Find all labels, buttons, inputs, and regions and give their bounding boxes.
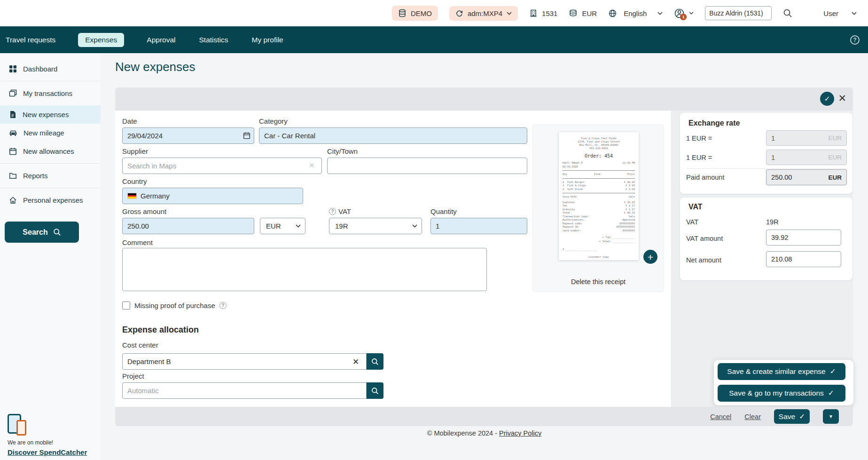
receipt-line: 951-919-0091	[563, 147, 635, 150]
discover-spendcatcher-link[interactable]: Discover SpendCatcher	[8, 448, 87, 456]
tab-statistics[interactable]: Statistics	[198, 33, 229, 47]
germany-flag-icon	[127, 193, 137, 199]
demo-environment-badge[interactable]: DEMO	[392, 6, 438, 21]
chevron-down-icon	[689, 12, 694, 15]
exchange-rate-title: Exchange rate	[688, 119, 740, 127]
help-icon: ?	[219, 302, 227, 309]
comment-label: Comment	[122, 238, 153, 246]
paid-amount-input: 250.00EUR	[766, 169, 847, 185]
cost-center-input[interactable]	[122, 353, 367, 370]
add-receipt-button[interactable]: +	[642, 249, 658, 265]
sidebar-item-new-mileage[interactable]: New mileage	[0, 124, 101, 142]
divider	[0, 81, 101, 81]
dashboard-icon	[9, 65, 17, 73]
search-icon[interactable]	[783, 8, 792, 18]
save-create-similar-label: Save & create similar expense	[727, 367, 825, 376]
cost-center-clear-icon[interactable]: ✕	[352, 357, 359, 367]
vat-select-value: 19R	[335, 222, 348, 230]
home-icon	[9, 196, 17, 204]
role-selector[interactable]: User	[823, 9, 857, 17]
currency-indicator: EUR	[569, 9, 597, 17]
tab-approval[interactable]: Approval	[146, 33, 176, 47]
admin-profile-switcher[interactable]: adm:MXP4	[449, 6, 518, 21]
language-selector[interactable]: English	[608, 9, 663, 18]
net-amount-input[interactable]	[766, 251, 841, 267]
vat-amount-label: VAT amount	[686, 235, 723, 242]
receipt-image[interactable]: Fish & Chips Fast Foods 1134, Fish and C…	[559, 132, 639, 260]
search-icon	[53, 228, 61, 236]
supplier-input[interactable]	[122, 158, 322, 174]
vat-amount-input[interactable]	[766, 230, 841, 246]
top-header: DEMO adm:MXP4	[0, 0, 868, 26]
role-label: User	[823, 9, 838, 17]
category-input[interactable]	[259, 127, 527, 144]
receipt-order-number: Order: 454	[563, 153, 635, 159]
account-menu[interactable]: 1	[674, 8, 694, 19]
close-icon[interactable]: ✕	[838, 93, 846, 104]
save-go-transactions-label: Save & go to my transactions	[729, 389, 824, 397]
exchange-row2-input: 1EUR	[766, 150, 847, 165]
gross-amount-input[interactable]	[122, 218, 254, 234]
clear-button[interactable]: Clear	[744, 413, 761, 420]
exchange-row2-label: 1 EUR =	[686, 154, 712, 161]
tab-my-profile[interactable]: My profile	[251, 33, 284, 47]
category-label: Category	[259, 117, 288, 125]
missing-proof-checkbox[interactable]	[122, 301, 130, 309]
vat-rate-label: VAT	[686, 218, 698, 226]
city-input[interactable]	[327, 158, 527, 174]
date-input[interactable]	[122, 127, 254, 144]
currency-value: EUR	[582, 9, 597, 17]
user-search-input[interactable]	[705, 6, 772, 20]
country-input[interactable]: Germany	[122, 188, 303, 204]
exchange-rate-card: Exchange rate 1 EUR = 1EUR 1 EUR = 1EUR …	[680, 113, 852, 194]
sidebar-item-label: Dashboard	[23, 65, 57, 73]
confirm-button[interactable]: ✓	[820, 92, 834, 106]
demo-label: DEMO	[411, 9, 432, 17]
currency-select[interactable]: EUR	[260, 218, 305, 234]
vat-card: VAT VAT 19R VAT amount Net amount	[680, 198, 852, 280]
sidebar-item-new-allowances[interactable]: New allowances	[0, 142, 101, 160]
vat-select[interactable]: 19R	[329, 218, 422, 234]
comment-textarea[interactable]	[122, 248, 487, 291]
sidebar-item-dashboard[interactable]: Dashboard	[0, 60, 101, 78]
save-create-similar-button[interactable]: Save & create similar expense ✓	[718, 363, 845, 380]
mobile-promo: We are on mobile! Discover SpendCatcher	[8, 414, 87, 456]
promo-text: We are on mobile!	[8, 439, 87, 446]
cost-center-search-button[interactable]	[367, 353, 383, 370]
delete-receipt-link[interactable]: Delete this receipt	[533, 278, 664, 286]
tab-travel-requests[interactable]: Travel requests	[5, 33, 56, 47]
database-icon	[398, 9, 407, 17]
building-icon	[529, 9, 538, 17]
sidebar-item-my-transactions[interactable]: My transactions	[0, 84, 101, 103]
date-label: Date	[122, 117, 137, 125]
save-button[interactable]: Save ✓	[774, 409, 810, 424]
project-search-button[interactable]	[367, 382, 383, 399]
page-title: New expenses	[115, 60, 195, 74]
sidebar-search-button[interactable]: Search	[5, 222, 79, 243]
save-dropdown-button[interactable]: ▼	[823, 409, 839, 424]
sidebar-item-label: New allowances	[23, 147, 74, 155]
divider	[686, 168, 846, 169]
save-go-transactions-button[interactable]: Save & go to my transactions ✓	[718, 385, 845, 402]
privacy-policy-link[interactable]: Privacy Policy	[499, 429, 541, 437]
country-value: Germany	[141, 192, 170, 200]
cost-center-label: Cost center	[122, 341, 158, 349]
mobile-devices-icon	[8, 414, 29, 437]
cancel-button[interactable]: Cancel	[710, 413, 731, 420]
company-id-indicator: 1531	[529, 9, 557, 17]
gross-amount-label: Gross amount	[122, 207, 166, 215]
supplier-clear-icon[interactable]: ✕	[309, 161, 315, 170]
supplier-label: Supplier	[122, 147, 148, 155]
document-icon	[9, 111, 16, 119]
help-icon[interactable]: ?	[850, 35, 860, 45]
quantity-input[interactable]	[430, 218, 527, 234]
missing-proof-checkbox-row[interactable]: Missing proof of purchase ?	[122, 301, 227, 309]
folder-icon	[9, 172, 17, 180]
sidebar-item-reports[interactable]: Reports	[0, 167, 101, 185]
globe-icon	[608, 9, 617, 18]
sidebar-item-new-expenses[interactable]: New expenses	[0, 105, 101, 124]
project-input[interactable]	[122, 382, 367, 399]
tab-expenses[interactable]: Expenses	[78, 33, 124, 47]
company-id-value: 1531	[542, 9, 557, 17]
sidebar-item-personal-expenses[interactable]: Personal expenses	[0, 191, 101, 209]
